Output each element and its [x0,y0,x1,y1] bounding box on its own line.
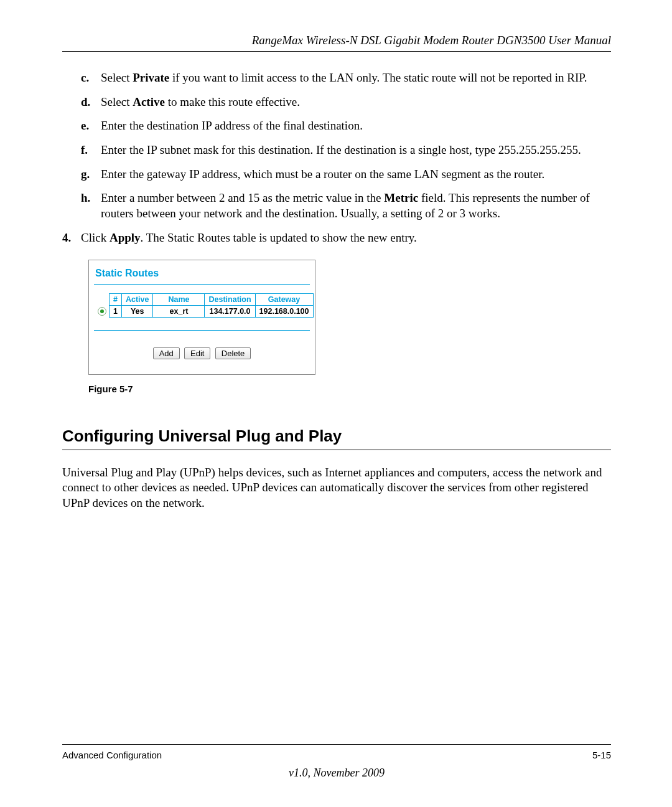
col-name: Name [153,293,205,305]
figure-caption: Figure 5-7 [88,384,611,394]
step-f: f. Enter the IP subnet mask for this des… [81,143,611,158]
step-body: Select Active to make this route effecti… [101,95,611,110]
route-radio-cell [94,305,110,317]
edit-button[interactable]: Edit [184,347,210,359]
step-marker: c. [81,70,101,86]
footer-rule [62,744,611,745]
footer-section: Advanced Configuration [62,750,162,760]
step-marker: g. [81,167,101,182]
cell-destination: 134.177.0.0 [205,305,255,317]
route-select-radio[interactable] [98,307,106,316]
static-routes-panel: Static Routes # Active Name Destination … [88,260,315,375]
add-button[interactable]: Add [153,347,180,359]
panel-rule [94,330,310,331]
table-header-row: # Active Name Destination Gateway [94,293,313,305]
step-body: Select Private if you want to limit acce… [101,70,611,86]
step-body: Enter a number between 2 and 15 as the m… [101,191,611,221]
step-marker: 4. [62,230,81,246]
section-heading: Configuring Universal Plug and Play [62,427,611,446]
bold-word: Apply [110,231,141,244]
step-body: Enter the IP subnet mask for this destin… [101,143,611,158]
cell-num: 1 [110,305,122,317]
text-part: to make this route effective. [165,95,300,108]
step-marker: f. [81,143,101,158]
text-part: Select [101,95,133,108]
page-footer: Advanced Configuration 5-15 v1.0, Novemb… [62,744,611,780]
bold-word: Metric [384,191,418,204]
panel-title: Static Routes [94,267,310,284]
col-active: Active [121,293,153,305]
panel-rule [94,284,310,285]
cell-name: ex_rt [153,305,205,317]
header-rule [62,51,611,52]
step-g: g. Enter the gateway IP address, which m… [81,167,611,182]
bold-word: Active [133,95,165,108]
cell-gateway: 192.168.0.100 [255,305,313,317]
step-marker: h. [81,191,101,206]
step-h: h. Enter a number between 2 and 15 as th… [81,191,611,221]
text-part: if you want to limit access to the LAN o… [169,71,587,84]
footer-row: Advanced Configuration 5-15 [62,750,611,760]
col-radio [94,293,110,305]
bold-word: Private [133,71,169,84]
section-paragraph: Universal Plug and Play (UPnP) helps dev… [62,465,611,511]
sub-step-list: c. Select Private if you want to limit a… [81,70,611,222]
col-gateway: Gateway [255,293,313,305]
page-number: 5-15 [592,750,611,760]
table-row: 1 Yes ex_rt 134.177.0.0 192.168.0.100 [94,305,313,317]
cell-active: Yes [121,305,153,317]
col-num: # [110,293,122,305]
section-rule [62,450,611,450]
text-part: Click [81,231,110,244]
text-part: . The Static Routes table is updated to … [141,231,417,244]
step-e: e. Enter the destination IP address of t… [81,118,611,134]
step-c: c. Select Private if you want to limit a… [81,70,611,86]
col-destination: Destination [205,293,255,305]
step-4: 4. Click Apply. The Static Routes table … [62,230,611,246]
text-part: Enter a number between 2 and 15 as the m… [101,191,384,204]
radio-dot-icon [100,309,104,313]
footer-version: v1.0, November 2009 [62,767,611,780]
step-d: d. Select Active to make this route effe… [81,95,611,110]
step-body: Enter the gateway IP address, which must… [101,167,611,182]
text-part: Select [101,71,133,84]
button-row: Add Edit Delete [94,346,310,359]
step-body: Enter the destination IP address of the … [101,118,611,134]
static-routes-table: # Active Name Destination Gateway 1 Yes … [94,293,314,318]
page: RangeMax Wireless-N DSL Gigabit Modem Ro… [0,0,672,807]
step-marker: d. [81,95,101,110]
step-marker: e. [81,118,101,134]
figure-5-7: Static Routes # Active Name Destination … [88,260,611,394]
step-body: Click Apply. The Static Routes table is … [81,230,611,246]
page-header-title: RangeMax Wireless-N DSL Gigabit Modem Ro… [62,34,611,47]
delete-button[interactable]: Delete [215,347,251,359]
